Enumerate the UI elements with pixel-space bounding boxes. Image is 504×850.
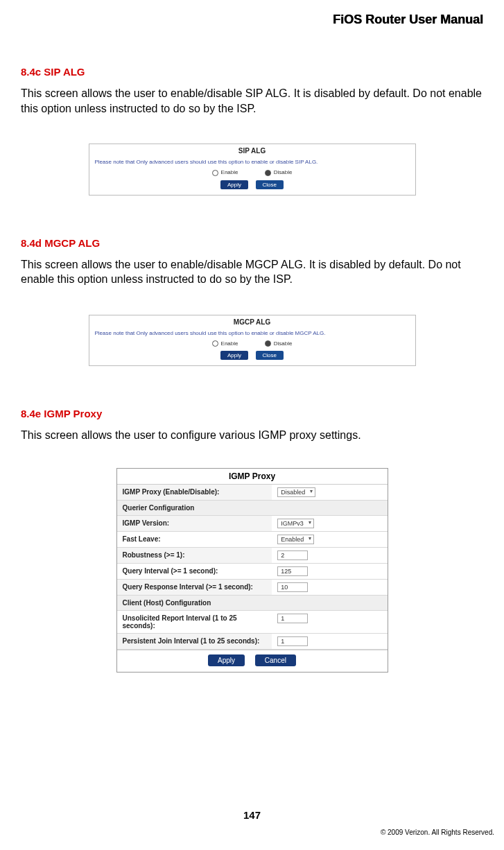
mgcp-enable-label: Enable: [221, 340, 238, 347]
mgcp-disable-option[interactable]: Disable: [265, 340, 293, 347]
radio-icon: [212, 340, 218, 347]
radio-icon: [265, 170, 271, 176]
copyright-text: © 2009 Verizon. All Rights Reserved.: [381, 829, 494, 836]
mgcp-alg-panel: MGCP ALG Please note that Only advanced …: [89, 315, 416, 366]
query-response-input[interactable]: 10: [277, 582, 308, 592]
section-body-sip: This screen allows the user to enable/di…: [21, 86, 483, 116]
sip-close-button[interactable]: Close: [256, 180, 284, 189]
row-label: IGMP Version:: [117, 516, 272, 531]
row-label: IGMP Proxy (Enable/Disable):: [117, 485, 272, 500]
sip-alg-panel: SIP ALG Please note that Only advanced u…: [89, 144, 416, 195]
sip-apply-button[interactable]: Apply: [220, 180, 248, 189]
row-label: Query Interval (>= 1 second):: [117, 564, 272, 579]
table-row: IGMP Version: IGMPv3: [117, 516, 388, 532]
mgcp-alg-note: Please note that Only advanced users sho…: [89, 329, 415, 338]
row-label: Persistent Join Interval (1 to 25 second…: [117, 634, 272, 649]
table-row: Robustness (>= 1): 2: [117, 548, 388, 564]
sip-alg-radio-row: Enable Disable: [89, 166, 415, 177]
igmp-panel-title: IGMP Proxy: [117, 469, 388, 485]
row-label: Querier Configuration: [117, 501, 388, 515]
mgcp-alg-title: MGCP ALG: [89, 315, 415, 329]
row-label: Unsolicited Report Interval (1 to 25 sec…: [117, 611, 272, 633]
query-interval-input[interactable]: 125: [277, 566, 308, 576]
unsolicited-input[interactable]: 1: [277, 614, 308, 623]
persistent-input[interactable]: 1: [277, 636, 308, 646]
mgcp-apply-button[interactable]: Apply: [220, 351, 248, 360]
table-row: Query Interval (>= 1 second): 125: [117, 564, 388, 580]
radio-icon: [212, 170, 218, 176]
mgcp-enable-option[interactable]: Enable: [212, 340, 238, 347]
fast-leave-select[interactable]: Enabled: [277, 535, 314, 544]
row-label: Query Response Interval (>= 1 second):: [117, 580, 272, 595]
row-label: Fast Leave:: [117, 532, 272, 547]
section-heading-mgcp: 8.4d MGCP ALG: [21, 237, 483, 249]
sip-alg-title: SIP ALG: [89, 144, 415, 157]
section-heading-sip: 8.4c SIP ALG: [21, 66, 483, 78]
sip-disable-label: Disable: [274, 169, 293, 175]
table-row: Persistent Join Interval (1 to 25 second…: [117, 634, 388, 650]
section-heading-igmp: 8.4e IGMP Proxy: [21, 408, 483, 419]
section-body-mgcp: This screen allows the user to enable/di…: [21, 257, 483, 287]
table-row: Query Response Interval (>= 1 second): 1…: [117, 580, 388, 596]
row-label: Robustness (>= 1):: [117, 548, 272, 563]
robustness-input[interactable]: 2: [277, 550, 308, 560]
igmp-apply-button[interactable]: Apply: [208, 654, 245, 666]
table-row: Fast Leave: Enabled: [117, 532, 388, 548]
row-label: Client (Host) Configuration: [117, 596, 388, 610]
table-row: Client (Host) Configuration: [117, 596, 388, 611]
igmp-proxy-select[interactable]: Disabled: [277, 487, 315, 497]
mgcp-alg-radio-row: Enable Disable: [89, 338, 415, 348]
sip-disable-option[interactable]: Disable: [265, 169, 293, 175]
igmp-version-select[interactable]: IGMPv3: [277, 519, 314, 528]
page-header-title: FiOS Router User Manual: [21, 12, 483, 27]
sip-enable-option[interactable]: Enable: [212, 169, 238, 175]
sip-enable-label: Enable: [221, 169, 238, 175]
sip-alg-note: Please note that Only advanced users sho…: [89, 157, 415, 166]
igmp-proxy-panel: IGMP Proxy IGMP Proxy (Enable/Disable): …: [116, 468, 388, 673]
table-row: Unsolicited Report Interval (1 to 25 sec…: [117, 611, 388, 634]
table-row: Querier Configuration: [117, 501, 388, 516]
mgcp-disable-label: Disable: [274, 340, 293, 347]
mgcp-close-button[interactable]: Close: [256, 351, 284, 360]
table-row: IGMP Proxy (Enable/Disable): Disabled: [117, 485, 388, 501]
section-body-igmp: This screen allows the user to configure…: [21, 428, 483, 443]
igmp-cancel-button[interactable]: Cancel: [255, 654, 296, 666]
radio-icon: [265, 340, 271, 347]
page-number: 147: [0, 809, 504, 821]
